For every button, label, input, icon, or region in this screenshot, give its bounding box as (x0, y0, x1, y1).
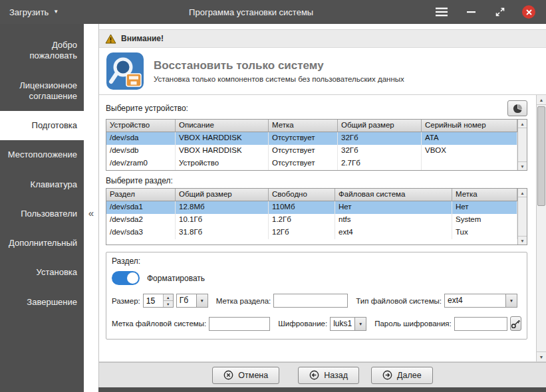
table-row[interactable]: /dev/zram0 Устройство Отсутствует 2.7Гб (106, 157, 517, 170)
back-arrow-icon (309, 370, 319, 380)
cancel-button[interactable]: Отмена (212, 367, 279, 384)
sidebar-item-license[interactable]: Лицензионное соглашение (0, 71, 84, 112)
partition-group-label: Раздел: (112, 256, 521, 266)
collapse-sidebar-button[interactable]: « (84, 203, 98, 222)
scroll-down-icon[interactable]: ▼ (518, 236, 527, 245)
load-button[interactable]: Загрузить ▼ (0, 0, 68, 24)
cell: System (452, 214, 517, 227)
format-toggle[interactable] (112, 271, 140, 285)
titlebar: Загрузить ▼ Программа установки системы (0, 0, 546, 24)
column-header-serial[interactable]: Серийный номер (422, 120, 517, 132)
sidebar-item-installation[interactable]: Установка (0, 258, 84, 287)
expand-icon (495, 7, 505, 17)
format-toggle-label: Форматировать (147, 274, 205, 283)
fs-label-label: Метка файловой системы: (112, 320, 206, 328)
sidebar-item-preparation[interactable]: Подготовка (0, 111, 84, 140)
encryption-value: luks1 (331, 318, 354, 330)
fs-label-field[interactable] (209, 317, 270, 331)
cell: ntfs (335, 214, 452, 227)
fs-type-combo[interactable]: ext4 ▼ (444, 294, 517, 308)
column-header-description[interactable]: Описание (176, 120, 269, 132)
column-header-total-size[interactable]: Общий размер (176, 189, 269, 201)
cell: Tux (452, 227, 517, 239)
scroll-down-icon[interactable]: ▼ (537, 351, 546, 361)
encryption-row: Метка файловой системы: Шифрование: luks… (112, 316, 521, 331)
device-table: Устройство Описание Метка Общий размер С… (106, 119, 527, 171)
partition-table-header: Раздел Общий размер Свободно Файловая си… (106, 189, 517, 201)
encryption-combo[interactable]: luks1 ▼ (330, 317, 366, 331)
sidebar-item-location[interactable]: Местоположение (0, 140, 84, 169)
table-row[interactable]: /dev/sda3 31.8Гб 12Гб ext4 Tux (106, 227, 517, 239)
encryption-label: Шифрование: (278, 320, 327, 328)
window-controls (434, 5, 546, 19)
minimize-button[interactable] (464, 5, 478, 19)
size-unit-value: Гб (177, 294, 196, 307)
device-table-body: Устройство Описание Метка Общий размер С… (106, 120, 517, 170)
cell: VBOX (422, 145, 517, 157)
size-label: Размер: (112, 297, 140, 305)
size-spinbox[interactable]: ▲ ▼ (143, 294, 174, 308)
scroll-up-icon[interactable]: ▲ (518, 189, 527, 197)
table-row[interactable]: /dev/sdb VBOX HARDDISK Отсутствует 32Гб … (106, 145, 517, 157)
fs-type-label: Тип файловой системы: (356, 297, 442, 305)
cell: 32Гб (338, 132, 422, 145)
scroll-up-icon[interactable]: ▲ (518, 120, 527, 128)
table-row[interactable]: /dev/sda1 12.8Мб 110Мб Нет Нет (106, 201, 517, 214)
table-row[interactable]: /dev/sda2 10.1Гб 1.2Гб ntfs System (106, 214, 517, 227)
footer-bar: Отмена Назад Далее (99, 362, 546, 387)
cell: /dev/sdb (106, 145, 176, 157)
column-header-partition[interactable]: Раздел (106, 189, 176, 201)
sidebar-item-welcome[interactable]: Добро пожаловать (0, 31, 84, 71)
device-table-scrollbar[interactable]: ▲ ▼ (517, 120, 527, 170)
hamburger-icon (436, 7, 448, 17)
sidebar-item-finish[interactable]: Завершение (0, 288, 84, 317)
warning-label: Внимание! (121, 34, 164, 43)
cell: /dev/sda (106, 132, 176, 145)
maximize-button[interactable] (493, 5, 507, 19)
scroll-down-icon[interactable]: ▼ (518, 161, 527, 170)
spin-down-button[interactable]: ▼ (164, 301, 173, 307)
reveal-password-button[interactable] (510, 316, 521, 331)
close-button[interactable] (522, 5, 535, 19)
cell: /dev/zram0 (106, 157, 176, 170)
back-button[interactable]: Назад (298, 367, 359, 384)
cell: /dev/sda1 (106, 201, 176, 214)
sidebar-item-keyboard[interactable]: Клавиатура (0, 170, 84, 199)
window-title: Программа установки системы (68, 7, 434, 17)
disk-usage-button[interactable] (507, 100, 527, 116)
column-header-size[interactable]: Общий размер (338, 120, 422, 132)
main-scrollbar[interactable]: ▲ ▼ (536, 95, 546, 361)
next-button[interactable]: Далее (371, 367, 433, 384)
column-header-label[interactable]: Метка (269, 120, 338, 132)
caret-down-icon: ▼ (505, 294, 517, 307)
partition-label-field[interactable] (273, 294, 348, 308)
column-header-device[interactable]: Устройство (106, 120, 176, 132)
menu-button[interactable] (434, 5, 449, 19)
column-header-label[interactable]: Метка (452, 189, 517, 201)
column-header-free[interactable]: Свободно (269, 189, 335, 201)
table-row[interactable]: /dev/sda VBOX HARDDISK Отсутствует 32Гб … (106, 132, 517, 145)
encryption-password-field[interactable] (454, 317, 507, 331)
cell: 32Гб (338, 145, 422, 157)
cell: Нет (452, 201, 517, 214)
scroll-up-icon[interactable]: ▲ (537, 95, 546, 105)
key-icon (511, 319, 521, 329)
partition-table-scrollbar[interactable]: ▲ ▼ (517, 189, 527, 245)
size-input[interactable] (144, 294, 163, 307)
load-button-label: Загрузить (9, 7, 49, 17)
cancel-button-label: Отмена (238, 371, 268, 380)
sidebar-item-users[interactable]: Пользователи (0, 199, 84, 229)
cell: Устройство (176, 157, 269, 170)
partition-select-label: Выберите раздел: (106, 176, 173, 185)
caret-down-icon: ▼ (53, 9, 59, 15)
cell: Отсутствует (269, 157, 338, 170)
sidebar-item-additional[interactable]: Дополнительный (0, 229, 84, 258)
scrollbar-thumb[interactable] (537, 106, 545, 206)
cell: ATA (422, 132, 517, 145)
spin-up-button[interactable]: ▲ (164, 294, 173, 301)
page-title: Восстановить только систему (154, 59, 404, 72)
size-unit-combo[interactable]: Гб ▼ (176, 294, 208, 308)
partition-select-row: Выберите раздел: (106, 176, 527, 185)
column-header-filesystem[interactable]: Файловая система (335, 189, 452, 201)
caret-down-icon: ▼ (354, 318, 366, 330)
